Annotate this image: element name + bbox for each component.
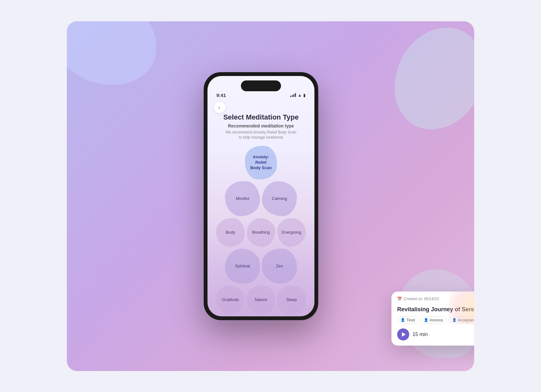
screen-title: Select Meditation Type	[223, 113, 299, 121]
card-created-date: 06/14/23	[424, 297, 439, 301]
meditation-row-4: Spiritual Zen	[225, 249, 297, 284]
meditation-type-mindful[interactable]: Mindful	[225, 181, 260, 216]
meditation-type-spiritual[interactable]: Spiritual	[225, 249, 260, 284]
meditation-row-3: Body Breathing Energising	[216, 218, 306, 247]
meditation-row-1: Anxiety-ReliefBody Scan	[245, 146, 277, 179]
tag-tired-label: Tired	[406, 318, 415, 322]
card-title: Revitalising Journey of Serenity	[397, 306, 474, 313]
battery-icon: ▮	[303, 93, 306, 98]
person-icon-anxious: 👤	[424, 318, 428, 322]
card-date: 📅 Created on 06/14/23	[397, 297, 439, 301]
card-created-label: Created on	[404, 297, 422, 301]
card-footer: 15 min 📋	[397, 328, 474, 340]
tag-acceptance: 👤 Acceptance	[449, 316, 474, 324]
signal-icon	[290, 93, 296, 97]
card-tags: 👤 Tired 👤 Anxious 👤 Acceptance	[397, 316, 474, 324]
phone-frame: 9:41 ▲ ▮ ‹ Select Meditation	[204, 72, 318, 320]
main-container: 9:41 ▲ ▮ ‹ Select Meditation	[67, 21, 474, 371]
play-icon	[402, 332, 406, 337]
play-button[interactable]	[397, 328, 409, 340]
meditation-type-calming[interactable]: Calming	[262, 181, 297, 216]
tag-anxious-label: Anxious	[430, 318, 443, 322]
dynamic-island	[241, 80, 281, 91]
card-header: 📅 Created on 06/14/23 ×	[397, 297, 474, 304]
meditation-type-gratitude[interactable]: Gratitude	[216, 285, 245, 314]
meditation-type-breathing[interactable]: Breathing	[247, 218, 275, 247]
status-icons: ▲ ▮	[290, 93, 306, 98]
status-bar: 9:41 ▲ ▮	[207, 91, 314, 98]
calendar-icon: 📅	[397, 297, 402, 301]
wifi-icon: ▲	[298, 93, 302, 98]
back-button[interactable]: ‹	[214, 102, 225, 113]
meditation-type-sleep[interactable]: Sleep	[277, 285, 306, 314]
person-icon-tired: 👤	[401, 318, 405, 322]
session-duration: 15 min	[412, 332, 428, 337]
recommended-desc: We recommend Anxiety-Relief Body Scanto …	[226, 130, 297, 141]
tag-anxious: 👤 Anxious	[420, 316, 447, 324]
status-time: 9:41	[216, 93, 226, 98]
meditation-row-2: Mindful Calming	[225, 181, 297, 216]
bg-blob-top-left	[67, 21, 156, 85]
tag-tired: 👤 Tired	[397, 316, 418, 324]
meditation-type-zen[interactable]: Zen	[262, 249, 297, 284]
tag-acceptance-label: Acceptance	[458, 318, 474, 322]
meditation-type-body[interactable]: Body	[216, 218, 245, 247]
meditation-type-nature[interactable]: Nature	[247, 285, 275, 314]
meditation-type-anxiety-relief[interactable]: Anxiety-ReliefBody Scan	[245, 146, 277, 179]
recommended-label: Recommended meditation type	[228, 123, 294, 128]
play-area: 15 min	[397, 328, 428, 340]
chevron-left-icon: ‹	[218, 105, 220, 110]
screen-content: Select Meditation Type Recommended medit…	[207, 113, 314, 316]
phone-screen: 9:41 ▲ ▮ ‹ Select Meditation	[207, 76, 314, 316]
session-card: 📅 Created on 06/14/23 × Revitalising Jou…	[391, 292, 474, 346]
person-icon-acceptance: 👤	[452, 318, 457, 322]
meditation-type-energising[interactable]: Energising	[277, 218, 306, 247]
bg-blob-top-right	[395, 28, 474, 129]
meditation-row-5: Gratitude Nature Sleep	[216, 285, 306, 314]
